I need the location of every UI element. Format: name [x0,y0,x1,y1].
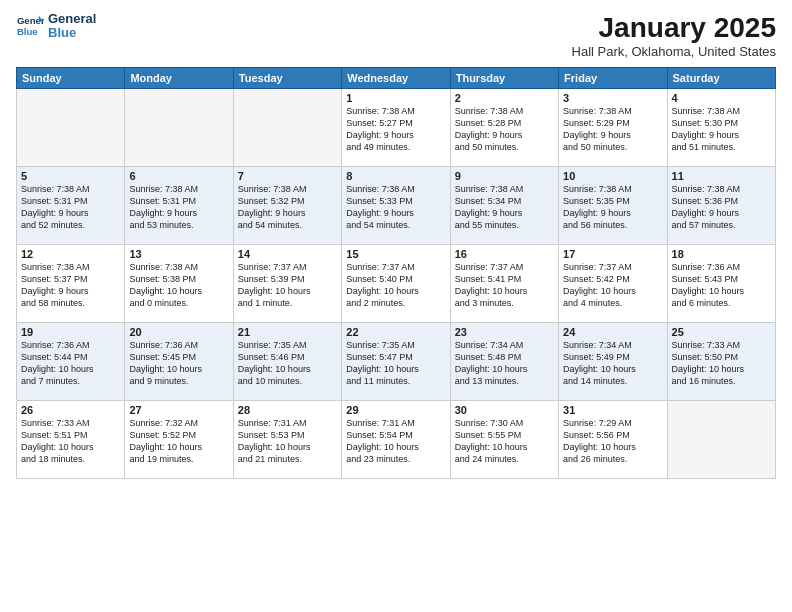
calendar-cell: 2Sunrise: 7:38 AM Sunset: 5:28 PM Daylig… [450,89,558,167]
day-info: Sunrise: 7:38 AM Sunset: 5:29 PM Dayligh… [563,105,662,154]
day-number: 25 [672,326,771,338]
day-info: Sunrise: 7:38 AM Sunset: 5:34 PM Dayligh… [455,183,554,232]
weekday-header-friday: Friday [559,68,667,89]
calendar-cell [667,401,775,479]
day-info: Sunrise: 7:38 AM Sunset: 5:32 PM Dayligh… [238,183,337,232]
day-number: 23 [455,326,554,338]
day-info: Sunrise: 7:35 AM Sunset: 5:46 PM Dayligh… [238,339,337,388]
day-number: 4 [672,92,771,104]
calendar-page: General Blue General Blue January 2025 H… [0,0,792,612]
day-number: 5 [21,170,120,182]
calendar-cell: 19Sunrise: 7:36 AM Sunset: 5:44 PM Dayli… [17,323,125,401]
calendar-cell: 30Sunrise: 7:30 AM Sunset: 5:55 PM Dayli… [450,401,558,479]
day-number: 21 [238,326,337,338]
calendar-cell: 1Sunrise: 7:38 AM Sunset: 5:27 PM Daylig… [342,89,450,167]
day-info: Sunrise: 7:38 AM Sunset: 5:35 PM Dayligh… [563,183,662,232]
day-number: 24 [563,326,662,338]
month-title: January 2025 [572,12,776,44]
calendar-cell: 6Sunrise: 7:38 AM Sunset: 5:31 PM Daylig… [125,167,233,245]
title-block: January 2025 Hall Park, Oklahoma, United… [572,12,776,59]
calendar-cell: 17Sunrise: 7:37 AM Sunset: 5:42 PM Dayli… [559,245,667,323]
calendar-cell: 16Sunrise: 7:37 AM Sunset: 5:41 PM Dayli… [450,245,558,323]
day-number: 1 [346,92,445,104]
day-info: Sunrise: 7:38 AM Sunset: 5:37 PM Dayligh… [21,261,120,310]
day-info: Sunrise: 7:38 AM Sunset: 5:27 PM Dayligh… [346,105,445,154]
day-number: 29 [346,404,445,416]
day-number: 10 [563,170,662,182]
day-info: Sunrise: 7:38 AM Sunset: 5:33 PM Dayligh… [346,183,445,232]
calendar-cell: 27Sunrise: 7:32 AM Sunset: 5:52 PM Dayli… [125,401,233,479]
day-info: Sunrise: 7:31 AM Sunset: 5:54 PM Dayligh… [346,417,445,466]
calendar-cell: 14Sunrise: 7:37 AM Sunset: 5:39 PM Dayli… [233,245,341,323]
day-info: Sunrise: 7:32 AM Sunset: 5:52 PM Dayligh… [129,417,228,466]
weekday-header-tuesday: Tuesday [233,68,341,89]
day-info: Sunrise: 7:33 AM Sunset: 5:50 PM Dayligh… [672,339,771,388]
calendar-cell: 5Sunrise: 7:38 AM Sunset: 5:31 PM Daylig… [17,167,125,245]
day-number: 3 [563,92,662,104]
day-info: Sunrise: 7:33 AM Sunset: 5:51 PM Dayligh… [21,417,120,466]
calendar-cell: 28Sunrise: 7:31 AM Sunset: 5:53 PM Dayli… [233,401,341,479]
calendar-cell: 24Sunrise: 7:34 AM Sunset: 5:49 PM Dayli… [559,323,667,401]
calendar-week-row: 26Sunrise: 7:33 AM Sunset: 5:51 PM Dayli… [17,401,776,479]
day-info: Sunrise: 7:30 AM Sunset: 5:55 PM Dayligh… [455,417,554,466]
calendar-cell: 10Sunrise: 7:38 AM Sunset: 5:35 PM Dayli… [559,167,667,245]
weekday-header-monday: Monday [125,68,233,89]
day-number: 26 [21,404,120,416]
calendar-cell: 7Sunrise: 7:38 AM Sunset: 5:32 PM Daylig… [233,167,341,245]
logo-blue: Blue [48,26,96,40]
day-number: 11 [672,170,771,182]
day-number: 7 [238,170,337,182]
day-number: 28 [238,404,337,416]
day-number: 22 [346,326,445,338]
weekday-header-thursday: Thursday [450,68,558,89]
weekday-header-wednesday: Wednesday [342,68,450,89]
weekday-header-saturday: Saturday [667,68,775,89]
day-number: 12 [21,248,120,260]
calendar-cell [17,89,125,167]
day-number: 16 [455,248,554,260]
weekday-header-sunday: Sunday [17,68,125,89]
calendar-cell: 31Sunrise: 7:29 AM Sunset: 5:56 PM Dayli… [559,401,667,479]
calendar-week-row: 1Sunrise: 7:38 AM Sunset: 5:27 PM Daylig… [17,89,776,167]
day-info: Sunrise: 7:34 AM Sunset: 5:49 PM Dayligh… [563,339,662,388]
day-number: 31 [563,404,662,416]
day-info: Sunrise: 7:36 AM Sunset: 5:44 PM Dayligh… [21,339,120,388]
day-info: Sunrise: 7:35 AM Sunset: 5:47 PM Dayligh… [346,339,445,388]
calendar-cell: 22Sunrise: 7:35 AM Sunset: 5:47 PM Dayli… [342,323,450,401]
day-number: 2 [455,92,554,104]
location: Hall Park, Oklahoma, United States [572,44,776,59]
day-info: Sunrise: 7:37 AM Sunset: 5:41 PM Dayligh… [455,261,554,310]
calendar-week-row: 19Sunrise: 7:36 AM Sunset: 5:44 PM Dayli… [17,323,776,401]
calendar-cell: 11Sunrise: 7:38 AM Sunset: 5:36 PM Dayli… [667,167,775,245]
day-info: Sunrise: 7:37 AM Sunset: 5:40 PM Dayligh… [346,261,445,310]
day-number: 9 [455,170,554,182]
calendar-cell: 20Sunrise: 7:36 AM Sunset: 5:45 PM Dayli… [125,323,233,401]
logo-general: General [48,12,96,26]
day-info: Sunrise: 7:37 AM Sunset: 5:39 PM Dayligh… [238,261,337,310]
calendar-cell [125,89,233,167]
day-info: Sunrise: 7:37 AM Sunset: 5:42 PM Dayligh… [563,261,662,310]
calendar-cell: 18Sunrise: 7:36 AM Sunset: 5:43 PM Dayli… [667,245,775,323]
calendar-cell: 26Sunrise: 7:33 AM Sunset: 5:51 PM Dayli… [17,401,125,479]
day-number: 8 [346,170,445,182]
day-info: Sunrise: 7:38 AM Sunset: 5:30 PM Dayligh… [672,105,771,154]
calendar-table: SundayMondayTuesdayWednesdayThursdayFrid… [16,67,776,479]
day-info: Sunrise: 7:38 AM Sunset: 5:28 PM Dayligh… [455,105,554,154]
calendar-cell: 25Sunrise: 7:33 AM Sunset: 5:50 PM Dayli… [667,323,775,401]
weekday-header-row: SundayMondayTuesdayWednesdayThursdayFrid… [17,68,776,89]
svg-text:Blue: Blue [17,26,38,37]
calendar-cell: 23Sunrise: 7:34 AM Sunset: 5:48 PM Dayli… [450,323,558,401]
day-number: 20 [129,326,228,338]
logo-icon: General Blue [16,12,44,40]
calendar-week-row: 5Sunrise: 7:38 AM Sunset: 5:31 PM Daylig… [17,167,776,245]
day-number: 27 [129,404,228,416]
calendar-cell [233,89,341,167]
calendar-cell: 12Sunrise: 7:38 AM Sunset: 5:37 PM Dayli… [17,245,125,323]
calendar-cell: 21Sunrise: 7:35 AM Sunset: 5:46 PM Dayli… [233,323,341,401]
day-number: 18 [672,248,771,260]
day-info: Sunrise: 7:34 AM Sunset: 5:48 PM Dayligh… [455,339,554,388]
calendar-cell: 29Sunrise: 7:31 AM Sunset: 5:54 PM Dayli… [342,401,450,479]
calendar-cell: 3Sunrise: 7:38 AM Sunset: 5:29 PM Daylig… [559,89,667,167]
calendar-cell: 15Sunrise: 7:37 AM Sunset: 5:40 PM Dayli… [342,245,450,323]
day-info: Sunrise: 7:36 AM Sunset: 5:45 PM Dayligh… [129,339,228,388]
